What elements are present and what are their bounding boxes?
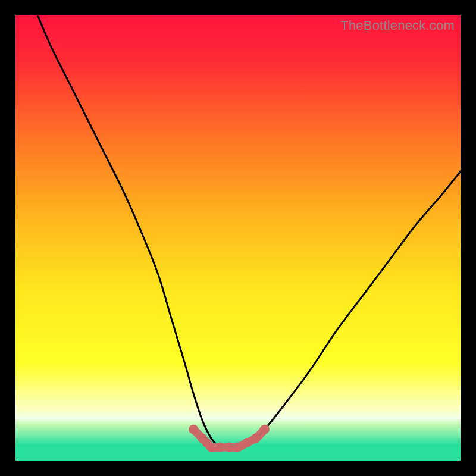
chart-frame: TheBottleneck.com xyxy=(0,0,476,476)
marker-dot xyxy=(242,438,252,447)
watermark-text: TheBottleneck.com xyxy=(340,18,455,33)
marker-dot xyxy=(215,443,225,452)
chart-svg xyxy=(15,15,461,461)
chart-plot-area: TheBottleneck.com xyxy=(15,15,461,461)
marker-dot xyxy=(189,425,198,434)
marker-dot xyxy=(206,443,216,452)
marker-dot xyxy=(233,443,243,452)
marker-dot xyxy=(251,434,261,443)
marker-dot xyxy=(260,425,270,434)
bottleneck-curve xyxy=(37,15,461,448)
marker-dot xyxy=(224,443,234,452)
marker-dots xyxy=(189,425,270,452)
